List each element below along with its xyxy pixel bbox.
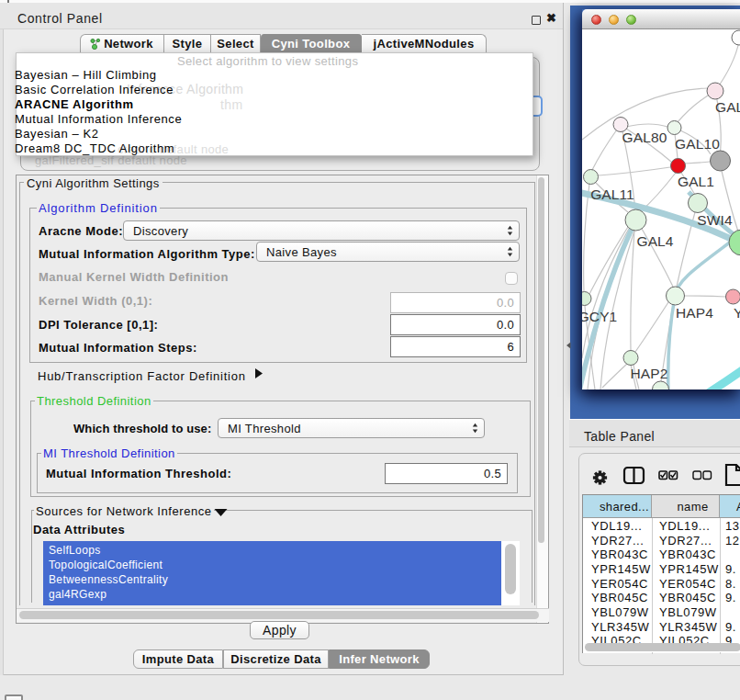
svg-text:GAL8: GAL8 — [715, 99, 740, 115]
svg-text:GCY1: GCY1 — [582, 309, 617, 324]
svg-text:GAL1: GAL1 — [678, 174, 714, 189]
svg-text:HAP2: HAP2 — [631, 366, 668, 381]
svg-text:GAL4: GAL4 — [636, 233, 673, 249]
svg-text:YJ: YJ — [734, 305, 740, 321]
svg-text:HAP4: HAP4 — [676, 305, 713, 321]
svg-text:GAL10: GAL10 — [675, 136, 720, 152]
svg-text:GAL11: GAL11 — [590, 186, 634, 202]
svg-text:GAL80: GAL80 — [622, 130, 667, 145]
svg-text:SWI4: SWI4 — [697, 212, 733, 228]
